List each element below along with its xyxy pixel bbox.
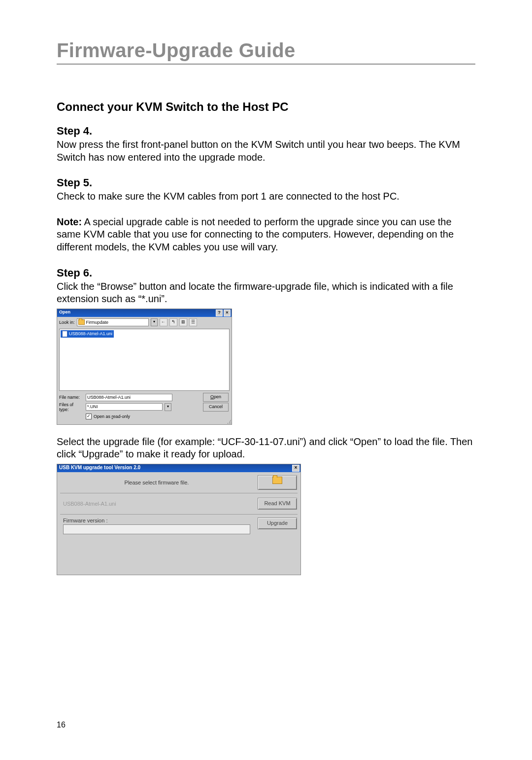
new-folder-icon[interactable]: ⊞	[179, 318, 187, 326]
step4-body: Now press the first front-panel button o…	[57, 138, 475, 164]
cancel-button[interactable]: Cancel	[203, 403, 229, 412]
note-body: A special upgrade cable is not needed to…	[57, 216, 454, 252]
files-of-type-dropdown[interactable]: *.UNI	[86, 403, 163, 411]
folder-icon	[272, 477, 282, 484]
selected-file-item[interactable]: USB088-Atmel-A1.uni	[61, 330, 114, 338]
firmware-version-label: Firmware version :	[63, 518, 250, 523]
readonly-label: Open as read-only	[94, 414, 130, 419]
step4-heading: Step 4.	[57, 125, 475, 138]
close-icon[interactable]: ×	[292, 465, 299, 472]
up-one-level-icon[interactable]: ↰	[169, 318, 177, 326]
step6-heading: Step 6.	[57, 267, 475, 279]
dialog-toolbar: Look in: Firmupdate ▾ ← ↰ ⊞ ☰	[57, 317, 232, 328]
look-in-label: Look in:	[59, 320, 75, 325]
step5-note: Note: A special upgrade cable is not nee…	[57, 216, 475, 254]
firmware-version-area: Firmware version :	[57, 518, 254, 534]
upgrade-button[interactable]: Upgrade	[258, 518, 297, 529]
step6-body2: Select the upgrade file (for example: “U…	[57, 436, 475, 461]
back-icon[interactable]: ←	[160, 318, 167, 326]
note-label: Note:	[57, 216, 82, 227]
folder-icon	[78, 319, 85, 325]
page-title: Firmware-Upgrade Guide	[57, 39, 475, 62]
title-rule	[57, 64, 475, 65]
look-in-value: Firmupdate	[86, 320, 109, 325]
resize-grip-icon[interactable]	[226, 419, 231, 424]
close-icon[interactable]: ×	[224, 310, 231, 316]
file-icon	[62, 331, 67, 337]
step5-body: Check to make sure the KVM cables from p…	[57, 190, 475, 203]
file-name-input[interactable]: USB088-Atmel-A1.uni	[86, 394, 172, 401]
look-in-dropdown[interactable]: Firmupdate	[77, 318, 149, 326]
upgrade-tool-window: USB KVM upgrade tool Version 2.0 × Pleas…	[57, 464, 301, 575]
dialog-title-bar: Open ? ×	[57, 309, 232, 317]
open-button[interactable]: Open	[203, 393, 229, 402]
step5-heading: Step 5.	[57, 176, 475, 189]
file-list-area[interactable]: USB088-Atmel-A1.uni	[59, 329, 230, 391]
loaded-file-text: USB088-Atmel-A1.uni	[57, 501, 254, 507]
firmware-version-box	[63, 524, 250, 534]
browse-button[interactable]	[258, 475, 297, 490]
dialog-title-text: Open	[59, 310, 70, 314]
page-number: 16	[57, 721, 66, 729]
upgrade-title-bar: USB KVM upgrade tool Version 2.0 ×	[57, 464, 300, 472]
selected-file-name: USB088-Atmel-A1.uni	[69, 331, 112, 336]
help-icon[interactable]: ?	[216, 310, 223, 316]
read-kvm-button[interactable]: Read KVM	[258, 498, 297, 510]
views-icon[interactable]: ☰	[189, 318, 197, 326]
files-of-type-dropdown-button[interactable]: ▾	[165, 403, 171, 411]
open-file-dialog: Open ? × Look in: Firmupdate ▾ ← ↰ ⊞ ☰ U…	[57, 309, 232, 425]
look-in-dropdown-button[interactable]: ▾	[151, 318, 158, 326]
file-name-label: File name:	[59, 395, 84, 400]
upgrade-title-text: USB KVM upgrade tool Version 2.0	[59, 465, 140, 470]
section-title: Connect your KVM Switch to the Host PC	[57, 100, 475, 114]
files-of-type-label: Files of type:	[59, 402, 84, 412]
readonly-checkbox[interactable]: ✓	[86, 414, 92, 419]
select-firmware-prompt: Please select firmware file.	[57, 480, 254, 485]
step6-body1: Click the “Browse” button and locate the…	[57, 280, 475, 306]
